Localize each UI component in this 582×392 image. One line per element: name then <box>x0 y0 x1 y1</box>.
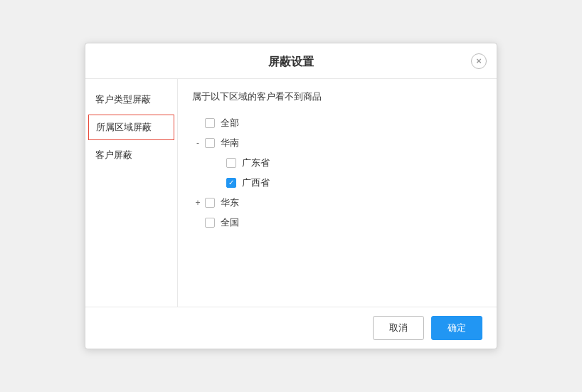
checkbox-east[interactable] <box>205 198 215 208</box>
tree-list: 全部-华南广东省广西省+华东全国 <box>192 113 482 233</box>
content-title: 属于以下区域的客户看不到商品 <box>192 90 482 103</box>
expand-placeholder-guangdong <box>213 157 225 169</box>
tree-label-guangxi: 广西省 <box>242 176 270 189</box>
expand-btn-east[interactable]: + <box>192 197 203 208</box>
close-icon: × <box>476 55 482 66</box>
dialog-title: 屏蔽设置 <box>268 55 314 68</box>
tree-item-all: 全部 <box>192 113 482 133</box>
tree-item-east: +华东 <box>192 193 482 213</box>
tree-item-national: 全国 <box>192 213 482 233</box>
tree-item-south: -华南 <box>192 133 482 153</box>
close-button[interactable]: × <box>471 53 487 69</box>
tree-item-guangdong: 广东省 <box>213 153 482 173</box>
tree-label-national: 全国 <box>221 216 239 229</box>
tree-label-guangdong: 广东省 <box>242 157 270 169</box>
sidebar-item-customer[interactable]: 客户屏蔽 <box>85 142 177 169</box>
dialog-header: 屏蔽设置 × <box>85 43 497 79</box>
content-area: 属于以下区域的客户看不到商品 全部-华南广东省广西省+华东全国 <box>178 79 497 307</box>
expand-btn-south[interactable]: - <box>192 137 203 149</box>
sidebar-item-customer-type[interactable]: 客户类型屏蔽 <box>85 86 177 113</box>
tree-label-east: 华东 <box>221 196 239 209</box>
expand-placeholder-guangxi <box>213 177 225 189</box>
checkbox-south[interactable] <box>205 138 215 148</box>
checkbox-national[interactable] <box>205 218 215 228</box>
dialog-body: 客户类型屏蔽所属区域屏蔽客户屏蔽 属于以下区域的客户看不到商品 全部-华南广东省… <box>85 79 497 307</box>
tree-item-guangxi: 广西省 <box>213 173 482 193</box>
dialog: 屏蔽设置 × 客户类型屏蔽所属区域屏蔽客户屏蔽 属于以下区域的客户看不到商品 全… <box>85 43 497 349</box>
tree-label-all: 全部 <box>221 117 239 129</box>
checkbox-guangxi[interactable] <box>226 178 236 188</box>
cancel-button[interactable]: 取消 <box>373 316 424 340</box>
checkbox-guangdong[interactable] <box>226 158 236 168</box>
expand-placeholder-national <box>192 217 203 228</box>
checkbox-all[interactable] <box>205 118 215 128</box>
dialog-footer: 取消 确定 <box>85 307 497 349</box>
confirm-button[interactable]: 确定 <box>431 316 482 340</box>
sidebar-item-region[interactable]: 所属区域屏蔽 <box>88 115 174 140</box>
sidebar: 客户类型屏蔽所属区域屏蔽客户屏蔽 <box>85 79 178 307</box>
tree-label-south: 华南 <box>221 137 239 149</box>
expand-placeholder-all <box>192 117 203 129</box>
